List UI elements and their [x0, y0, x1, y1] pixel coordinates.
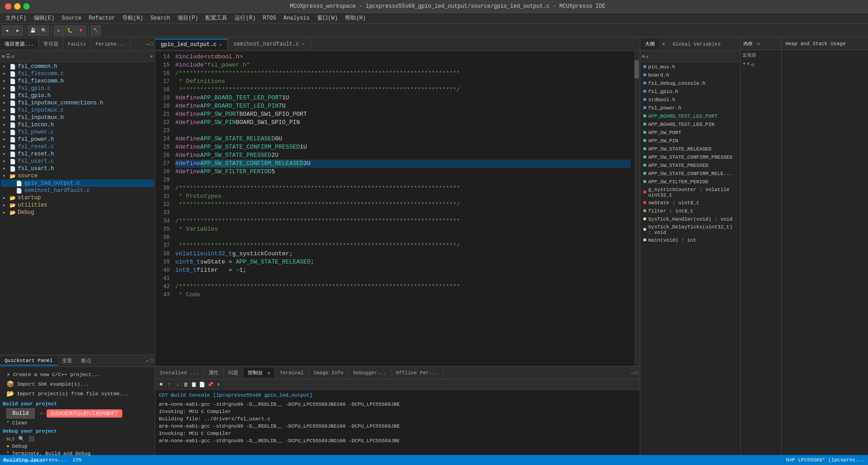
outline-item-18[interactable]: ■SysTick_Handler(void) : void — [641, 215, 739, 223]
menu-item-source[interactable]: Source — [58, 14, 85, 22]
toolbar-run[interactable]: ▶ — [54, 26, 64, 36]
console-up-btn[interactable]: ↑ — [165, 380, 173, 388]
outline-tool-2[interactable]: ↺ — [646, 54, 648, 59]
tab-gpio-led[interactable]: gpio_led_output.c ✕ — [155, 39, 228, 50]
tree-item-4[interactable]: ▾📄fsl_gpio.h — [1, 92, 154, 99]
tree-item-5[interactable]: ▾📄fsl_inputmux_connections.h — [1, 99, 154, 107]
outline-item-17[interactable]: ■filter : int8_t — [641, 207, 739, 215]
tab-project-explorer[interactable]: 项目资源... — [0, 39, 39, 49]
outline-item-19[interactable]: ■SysTick_DelayTicks(uint32_t) : void — [641, 223, 739, 236]
outline-item-20[interactable]: ■main(void) : int — [641, 236, 739, 244]
console-copy-btn[interactable]: 📋 — [190, 380, 198, 388]
toolbar-build[interactable]: 🔨 — [91, 26, 101, 36]
code-content[interactable]: #include <stdbool.h>#include "fsl_power.… — [172, 51, 634, 366]
tree-item-20[interactable]: ▸📂Debug — [1, 209, 154, 216]
tab-close-gpio[interactable]: ✕ — [219, 42, 222, 47]
close-button[interactable] — [5, 3, 11, 10]
memory-reset[interactable]: ↺ — [751, 61, 754, 68]
outline-item-10[interactable]: ■APP_SW_STATE_RELEASED — [641, 145, 739, 153]
tab-offline-per[interactable]: Offline Per... — [391, 369, 443, 377]
project-tool-1[interactable]: ⊕ — [2, 53, 5, 59]
panel-minimize[interactable]: — — [146, 41, 149, 47]
outline-item-16[interactable]: ■swState : uint8_t — [641, 199, 739, 207]
tab-variables[interactable]: 变量 — [58, 356, 77, 366]
console-maximize[interactable]: □ — [635, 370, 638, 376]
menu-item----n-[interactable]: 导航(N) — [119, 13, 147, 23]
tab-memory[interactable]: 内存 — [741, 39, 755, 48]
tab-registers[interactable]: 寄存器 — [39, 39, 63, 49]
qs-item-import-sdk[interactable]: 📦 Import SDK example(s)... — [3, 379, 152, 389]
editor-area[interactable]: 1415161718192021222324252627282930313233… — [155, 51, 640, 366]
qs-clean[interactable]: * Clean — [3, 419, 152, 427]
tab-periph[interactable]: Periphe... — [91, 40, 131, 49]
panel-maximize[interactable]: □ — [150, 41, 153, 47]
tree-item-17[interactable]: 📄semihost_hardfault.c — [1, 187, 154, 194]
tab-global-variables[interactable]: Global Variables — [668, 40, 726, 49]
scrollbar-thumb[interactable] — [634, 60, 639, 78]
tab-close-semihost[interactable]: ✕ — [302, 41, 304, 47]
project-tool-3[interactable]: ↺ — [11, 53, 15, 59]
memory-close[interactable]: ✕ — [755, 41, 762, 46]
toolbar-btn-1[interactable]: ◀ — [2, 26, 12, 36]
menu-item-analysis[interactable]: Analysis — [280, 14, 314, 22]
menu-item----p-[interactable]: 项目(P) — [174, 13, 202, 23]
menu-item----h-[interactable]: 帮助(H) — [341, 13, 370, 23]
tab-console[interactable]: 控制台 ✕ — [243, 368, 275, 377]
debug-options-icon[interactable]: ⚙LS — [6, 436, 15, 442]
toolbar-debug[interactable]: 🐛 — [65, 26, 75, 36]
console-stop-btn[interactable]: ■ — [157, 380, 165, 388]
tree-item-18[interactable]: ▸📂startup — [1, 194, 154, 202]
outline-item-8[interactable]: ■APP_SW_PORT — [641, 129, 739, 137]
build-button[interactable]: Build — [6, 408, 35, 418]
tab-image-info[interactable]: Image Info — [309, 369, 349, 377]
tree-item-3[interactable]: ▾📄fsl_gpio.c — [1, 85, 154, 92]
memory-remove[interactable]: × — [747, 61, 750, 68]
menu-item----w-[interactable]: 窗口(W) — [314, 13, 342, 23]
outline-item-3[interactable]: ■fsl_gpio.h — [641, 88, 739, 96]
menu-item-----[interactable]: 配置工具 — [202, 13, 231, 23]
outline-item-7[interactable]: ■APP_BOARD_TEST_LED_PIN — [641, 120, 739, 129]
tree-item-9[interactable]: ▾📄fsl_power.c — [1, 129, 154, 136]
tab-quickstart[interactable]: Quickstart Panel — [0, 356, 58, 366]
tree-item-14[interactable]: ▾📄fsl_usart.h — [1, 165, 154, 172]
tab-faults[interactable]: Faults — [63, 40, 91, 49]
console-paste-btn[interactable]: 📄 — [198, 380, 206, 388]
tree-item-10[interactable]: ▾📄fsl_power.h — [1, 136, 154, 143]
outline-item-13[interactable]: ■APP_SW_STATE_CONFIRM_RELE... — [641, 170, 739, 178]
tree-item-2[interactable]: ▾📄fsl_flexcomm.h — [1, 78, 154, 85]
outline-item-2[interactable]: ■fsl_debug_console.h — [641, 79, 739, 88]
tab-breakpoints[interactable]: 断点 — [77, 356, 96, 366]
tab-terminal[interactable]: Terminal — [275, 369, 309, 377]
toolbar-stop[interactable]: ■ — [76, 26, 86, 36]
console-close[interactable]: ✕ — [267, 371, 270, 376]
outline-item-15[interactable]: ■g_systickCounter : volatile uint32_t — [641, 186, 739, 199]
tab-installed[interactable]: Installed ... — [155, 369, 204, 377]
memory-add[interactable]: + — [743, 61, 746, 68]
tree-item-0[interactable]: ▾📄fsl_common.h — [1, 63, 154, 70]
menu-item----f-[interactable]: 文件(F) — [2, 13, 30, 23]
tree-item-12[interactable]: ▾📄fsl_reset.h — [1, 150, 154, 158]
console-clear-btn[interactable]: 🗑 — [182, 380, 190, 388]
editor-scrollbar[interactable] — [634, 51, 640, 366]
outline-close[interactable]: ✕ — [659, 41, 668, 47]
tab-properties[interactable]: 属性 — [204, 368, 224, 377]
console-down-btn[interactable]: ↓ — [173, 380, 182, 388]
tree-item-15[interactable]: ▾📂source — [1, 172, 154, 180]
outline-item-9[interactable]: ■APP_SW_PIN — [641, 137, 739, 145]
outline-item-12[interactable]: ■APP_SW_STATE_PRESSED — [641, 161, 739, 170]
console-content[interactable]: CDT Build Console [lpcxpresso55s69 gpio_… — [155, 390, 640, 455]
qs-minimize[interactable]: — — [146, 358, 148, 363]
tree-item-8[interactable]: ▾📄fsl_iocon.h — [1, 121, 154, 129]
tree-item-1[interactable]: ▾📄fsl_flexcomm.c — [1, 70, 154, 78]
project-tool-collapse[interactable]: ✕ — [150, 53, 153, 59]
tree-item-7[interactable]: ▾📄fsl_inputmux.h — [1, 114, 154, 121]
qs-terminate-build-debug[interactable]: * Terminate, Build and Debug — [3, 450, 152, 457]
outline-item-6[interactable]: ■APP_BOARD_TEST_LED_PORT — [641, 112, 739, 120]
tree-item-13[interactable]: ▾📄fsl_usart.c — [1, 158, 154, 165]
tab-semihost[interactable]: semihost_hardfault.c ✕ — [228, 39, 310, 49]
menu-item-search[interactable]: Search — [147, 14, 174, 22]
tab-outline[interactable]: 大纲 — [640, 39, 659, 49]
outline-item-1[interactable]: ■board.h — [641, 71, 739, 79]
qs-maximize[interactable]: □ — [150, 358, 153, 363]
outline-item-0[interactable]: ■pin_mux.h — [641, 63, 739, 71]
